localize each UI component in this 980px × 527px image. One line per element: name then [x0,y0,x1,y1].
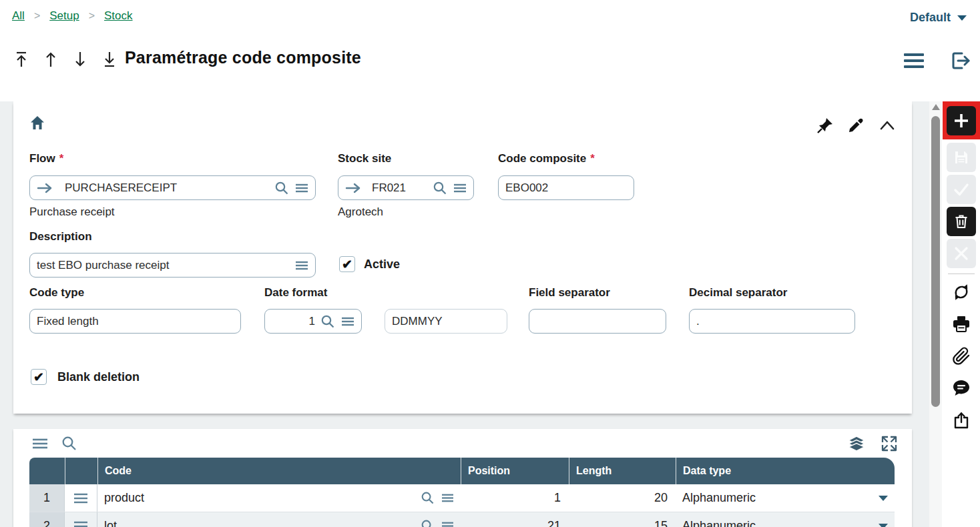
row-number[interactable]: 1 [29,484,65,512]
confirm-button [947,175,976,204]
row-drag-handle-icon[interactable] [65,484,97,512]
comments-button[interactable] [947,374,976,403]
cell-length[interactable]: 15 [569,512,676,527]
grid-search-icon[interactable] [61,436,77,451]
vertical-scrollbar[interactable] [929,101,942,527]
search-icon[interactable] [421,519,435,527]
code-composite-label: Code composite* [498,152,595,165]
description-input[interactable]: test EBO purchase receipt [29,253,316,278]
decimal-separator-label: Decimal separator [689,286,787,300]
header-section-card: Flow* PURCHASERECEIPT Purchase receipt S… [13,101,912,414]
dropdown-caret-icon[interactable] [879,496,888,501]
search-icon[interactable] [320,314,335,329]
next-record-button[interactable] [72,49,88,69]
cell-position[interactable]: 21 [461,512,569,527]
code-type-input[interactable]: Fixed length [29,309,241,334]
stock-site-value: FR021 [366,181,427,195]
jump-arrow-icon[interactable] [345,183,361,193]
refresh-button[interactable] [947,278,976,307]
grid-menu-icon[interactable] [32,437,48,450]
cancel-button [947,239,976,268]
header-length[interactable]: Length [569,458,676,484]
edit-pencil-icon[interactable] [848,117,864,133]
lookup-menu-icon[interactable] [441,492,454,504]
export-share-button[interactable] [947,406,976,435]
lookup-menu-icon[interactable] [453,182,467,194]
lookup-menu-icon[interactable] [295,182,308,194]
search-icon[interactable] [274,181,289,195]
attachment-paperclip-button[interactable] [947,342,976,371]
flow-input[interactable]: PURCHASERECEIPT [29,175,316,200]
first-record-button[interactable] [13,49,29,69]
code-type-label: Code type [29,286,84,300]
code-type-value: Fixed length [37,315,234,328]
description-value: test EBO purchase receipt [37,259,290,272]
dropdown-caret-icon[interactable] [879,524,888,527]
lookup-menu-icon[interactable] [441,520,454,527]
cell-data-type[interactable]: Alphanumeric [676,484,895,512]
date-format-code-value: DDMMYY [392,315,500,328]
stock-site-input[interactable]: FR021 [338,175,474,200]
stock-site-helper-text: Agrotech [338,205,383,219]
sidebar-divider [948,274,975,274]
record-navigation [13,49,117,69]
active-label: Active [364,257,400,272]
collapse-section-icon[interactable] [879,119,896,132]
cell-data-type[interactable]: Alphanumeric [676,512,895,527]
cell-position[interactable]: 1 [461,484,569,512]
jump-arrow-icon[interactable] [37,183,53,193]
scrollbar-thumb[interactable] [931,116,940,407]
decimal-separator-value: . [696,315,848,328]
crud-action-sidebar [943,101,980,527]
page-menu-icon[interactable] [904,53,924,68]
breadcrumb-separator: > [34,10,40,22]
scroll-up-arrow-icon[interactable] [932,104,940,110]
flow-label: Flow* [29,152,63,165]
print-button[interactable] [947,310,976,339]
row-drag-handle-icon[interactable] [65,512,97,527]
add-button[interactable] [947,106,976,135]
field-separator-label: Field separator [529,286,610,300]
field-menu-icon[interactable] [295,259,308,272]
cell-code[interactable]: product [97,484,461,512]
previous-record-button[interactable] [43,49,59,69]
date-format-value: 1 [272,315,315,328]
search-icon[interactable] [421,491,435,505]
grid-header-row: Code Position Length Data type [29,458,895,484]
decimal-separator-input[interactable]: . [689,309,855,334]
date-format-code-field: DDMMYY [385,309,507,334]
header-code[interactable]: Code [97,458,461,484]
code-composite-value: EBO002 [505,181,627,195]
pin-icon[interactable] [817,117,833,133]
field-separator-input[interactable] [529,309,666,334]
header-position[interactable]: Position [461,458,569,484]
view-selector[interactable]: Default [910,11,967,25]
cell-code[interactable]: lot [97,512,461,527]
blank-deletion-label: Blank deletion [57,370,140,384]
header-data-type[interactable]: Data type [676,458,895,484]
row-number[interactable]: 2 [29,512,65,527]
date-format-label: Date format [264,286,327,300]
top-header: All > Setup > Stock Default Paramétrage [0,0,980,101]
cell-length[interactable]: 20 [569,484,676,512]
layers-icon[interactable] [848,436,865,452]
delete-button[interactable] [947,207,976,236]
lookup-menu-icon[interactable] [341,316,354,328]
active-checkbox[interactable]: ✔ [339,256,355,272]
breadcrumb-setup[interactable]: Setup [49,9,79,23]
page-title: Paramétrage code composite [125,48,361,67]
date-format-input[interactable]: 1 [264,309,362,334]
exit-icon[interactable] [948,49,971,72]
breadcrumb-all[interactable]: All [12,9,25,23]
home-section-icon[interactable] [29,115,45,131]
view-selector-label: Default [910,11,951,25]
search-icon[interactable] [433,181,447,195]
stock-site-label: Stock site [338,152,391,165]
chevron-down-icon [957,15,967,21]
grid-section-card: Code Position Length Data type 1 product [13,429,912,527]
last-record-button[interactable] [101,49,117,69]
blank-deletion-checkbox[interactable]: ✔ [31,369,47,385]
code-composite-input[interactable]: EBO002 [498,175,634,200]
expand-grid-icon[interactable] [881,436,897,452]
breadcrumb-stock[interactable]: Stock [104,9,133,23]
